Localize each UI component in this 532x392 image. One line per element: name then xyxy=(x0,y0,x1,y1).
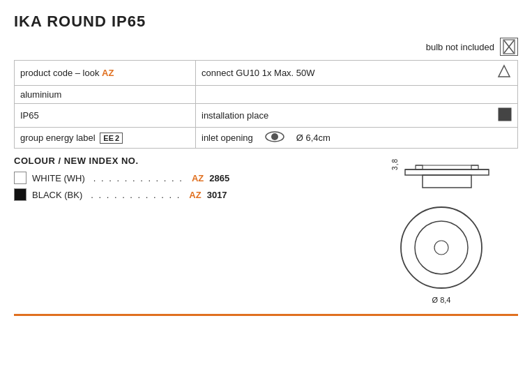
spec-inlet-label: inlet opening xyxy=(202,133,253,143)
bulb-icon xyxy=(500,38,518,56)
energy-badge: EE 2 xyxy=(100,133,123,144)
svg-rect-10 xyxy=(416,165,423,169)
white-swatch xyxy=(14,172,26,184)
socket-icon xyxy=(496,64,512,82)
white-code: 2865 xyxy=(209,173,229,183)
svg-point-6 xyxy=(271,133,278,140)
bottom-border xyxy=(14,314,518,316)
energy-num: 2 xyxy=(115,134,119,142)
svg-point-15 xyxy=(434,241,448,255)
install-place-icon xyxy=(498,107,512,123)
black-dots: . . . . . . . . . . . . xyxy=(91,190,181,200)
spec-row-1: product code – look AZ connect GU10 1x M… xyxy=(15,61,518,86)
spec-product-code-label: product code – look xyxy=(20,68,102,78)
dim-height-label: 3,8 xyxy=(391,158,399,170)
spec-energy-cell: group energy label EE 2 xyxy=(15,128,196,149)
spec-connect-cell: connect GU10 1x Max. 50W xyxy=(196,61,518,86)
svg-rect-4 xyxy=(499,108,511,121)
spec-product-code-cell: product code – look AZ xyxy=(15,61,196,86)
black-name: BLACK (BK) xyxy=(32,190,82,200)
product-diagram: 3,8 Ø xyxy=(365,156,518,304)
round-front-drawing xyxy=(396,202,487,293)
svg-rect-8 xyxy=(423,175,471,188)
spec-material-right-cell xyxy=(196,86,518,104)
spec-energy-label: group energy label xyxy=(20,133,96,143)
svg-marker-3 xyxy=(499,66,510,77)
spec-ip65-cell: IP65 xyxy=(15,104,196,128)
spec-row-2: aluminium xyxy=(15,86,518,104)
spec-row-3: IP65 installation place xyxy=(15,104,518,128)
black-swatch xyxy=(14,188,26,201)
black-az: AZ xyxy=(189,190,201,200)
energy-ee: EE xyxy=(103,134,114,142)
spec-table: product code – look AZ connect GU10 1x M… xyxy=(14,60,518,149)
spec-inlet-diam: Ø 6,4cm xyxy=(296,133,330,143)
white-az: AZ xyxy=(192,173,204,183)
cross-section-drawing xyxy=(402,156,492,194)
svg-rect-7 xyxy=(405,169,489,175)
svg-point-13 xyxy=(401,207,482,288)
dim-diameter-label: Ø 8,4 xyxy=(432,296,451,304)
spec-install-label: installation place xyxy=(202,110,268,121)
spec-material-cell: aluminium xyxy=(15,86,196,104)
spec-install-cell: installation place xyxy=(196,104,518,128)
black-code: 3017 xyxy=(207,190,227,200)
spec-az-label: AZ xyxy=(102,68,114,78)
spec-row-4: group energy label EE 2 inlet opening Ø … xyxy=(15,128,518,149)
white-dots: . . . . . . . . . . . . xyxy=(93,173,183,183)
spec-ip65-label: IP65 xyxy=(20,110,39,121)
spec-material-label: aluminium xyxy=(20,89,61,100)
colour-black-item: BLACK (BK) . . . . . . . . . . . . AZ301… xyxy=(14,188,351,201)
white-name: WHITE (WH) xyxy=(32,173,85,183)
inlet-oval-icon xyxy=(264,131,285,144)
product-title: IKA ROUND IP65 xyxy=(14,13,518,31)
colour-white-item: WHITE (WH) . . . . . . . . . . . . AZ286… xyxy=(14,172,351,184)
spec-inlet-cell: inlet opening Ø 6,4cm xyxy=(196,128,518,149)
colour-section-title: COLOUR / NEW INDEX NO. xyxy=(14,156,351,166)
bulb-not-included-label: bulb not included xyxy=(426,42,494,52)
svg-point-14 xyxy=(415,221,468,274)
svg-rect-11 xyxy=(471,165,478,169)
spec-connect-label: connect GU10 1x Max. 50W xyxy=(202,68,315,78)
